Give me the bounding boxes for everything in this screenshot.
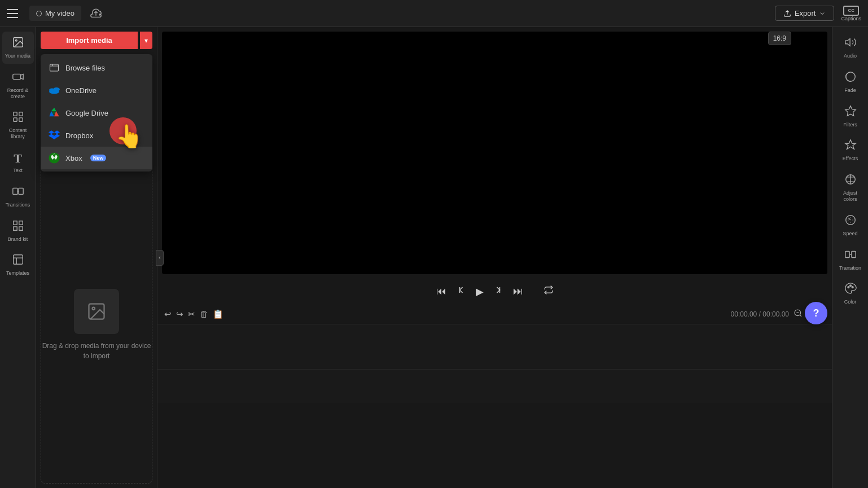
browse-files-item[interactable]: Browse files [41,56,152,79]
aspect-ratio-button[interactable]: 16:9 [768,32,791,45]
redo-button[interactable]: ↪ [176,309,183,319]
browse-files-icon [49,62,60,73]
timeline-time: 00:00.00 / 00:00.00 [731,310,789,318]
svg-rect-3 [13,112,16,116]
sidebar-item-record[interactable]: Record & create [2,66,34,104]
content-library-icon [12,111,24,126]
tab-dot [36,11,42,16]
timeline-track-area[interactable] [157,324,832,370]
drag-drop-area[interactable]: Drag & drop media from your device to im… [41,166,152,483]
sidebar-item-text[interactable]: T Text [2,147,34,178]
svg-rect-5 [13,118,16,121]
left-sidebar: Your media Record & create Content lib [0,27,36,488]
menu-button[interactable] [7,6,23,21]
import-media-button[interactable]: Import media [41,32,138,49]
google-drive-item[interactable]: Google Drive [41,102,152,124]
video-tab[interactable]: My video [29,6,81,21]
your-media-icon [12,36,24,51]
onedrive-item[interactable]: OneDrive [41,79,152,102]
right-sidebar-item-effects[interactable]: Effects [835,134,866,166]
sidebar-item-transitions[interactable]: Transitions [2,181,34,213]
import-panel: Import media ▾ Browse files [36,27,157,488]
right-sidebar-item-transition[interactable]: Transition [835,244,866,276]
right-sidebar-item-color[interactable]: Color [835,278,866,310]
step-forward-button[interactable] [493,284,504,298]
delete-button[interactable]: 🗑 [200,309,208,319]
record-label: Record & create [5,87,32,100]
adjust-colors-icon [844,173,857,188]
fade-icon [844,71,857,86]
drag-drop-text: Drag & drop media from your device to im… [41,341,152,361]
dropbox-item[interactable]: Dropbox [41,124,152,147]
right-sidebar-item-speed[interactable]: Speed [835,209,866,241]
xbox-icon [49,152,60,164]
svg-rect-8 [18,188,23,194]
captions-label: Captions [841,16,861,21]
playback-controls: ⏮ ▶ ⏭ [157,279,832,304]
svg-rect-6 [19,118,22,121]
sidebar-item-your-media[interactable]: Your media [2,32,34,64]
right-sidebar-item-adjust-colors[interactable]: Adjust colors [835,169,866,207]
svg-rect-36 [851,251,855,257]
record-icon [12,71,24,86]
undo-button[interactable]: ↩ [164,309,172,319]
speed-icon [844,214,857,229]
aspect-ratio-label: 16:9 [773,34,786,42]
onedrive-icon [49,85,60,96]
speed-label: Speed [843,231,857,237]
right-sidebar-item-filters[interactable]: Filters [835,100,866,133]
copy-button[interactable]: 📋 [213,309,223,319]
skip-back-button[interactable]: ⏮ [436,285,446,297]
your-media-label: Your media [5,53,30,59]
color-label: Color [844,299,857,305]
import-panel-header: Import media ▾ [36,27,157,54]
zoom-out-button[interactable] [794,309,803,319]
top-bar: My video Export CC Captions [0,0,868,27]
svg-point-37 [847,287,849,288]
right-sidebar: Audio Fade Filters [832,27,868,488]
import-dropdown-button[interactable]: ▾ [140,32,152,49]
captions-icon: CC [843,6,859,16]
svg-rect-9 [13,255,23,265]
adjust-colors-label: Adjust colors [837,190,864,203]
video-preview [162,32,827,274]
skip-forward-button[interactable]: ⏭ [513,285,523,297]
transitions-icon [12,185,24,200]
help-icon: ? [813,307,819,319]
fade-label: Fade [844,87,856,94]
sidebar-item-templates[interactable]: Templates [2,249,34,281]
svg-rect-4 [19,112,22,116]
collapse-panel-button[interactable]: ‹ [156,250,164,266]
filters-icon [844,105,857,120]
xbox-item[interactable]: Xbox New [41,147,152,169]
loop-button[interactable] [543,285,554,298]
play-button[interactable]: ▶ [476,285,484,298]
step-back-button[interactable] [455,284,467,298]
export-label: Export [795,9,816,17]
svg-rect-2 [12,74,20,79]
right-sidebar-item-fade[interactable]: Fade [835,66,866,98]
main-content: Your media Record & create Content lib [0,27,868,488]
content-library-label: Content library [5,128,32,140]
transition-label: Transition [839,265,861,271]
google-drive-label: Google Drive [65,109,108,117]
sidebar-item-brand-kit[interactable]: Brand kit [2,215,34,247]
svg-rect-35 [845,251,849,257]
help-button[interactable]: ? [805,302,827,324]
svg-marker-32 [845,105,855,115]
svg-point-38 [849,285,851,287]
export-button[interactable]: Export [775,6,835,21]
sidebar-item-content-library[interactable]: Content library [2,106,34,144]
svg-point-1 [15,39,17,41]
right-sidebar-item-audio[interactable]: Audio [835,32,866,64]
audio-label: Audio [844,53,857,59]
svg-rect-7 [12,188,17,194]
drag-drop-icon [74,289,119,334]
transitions-label: Transitions [6,202,30,208]
transition-icon [844,248,857,263]
svg-point-13 [53,87,60,91]
cloud-save-icon[interactable] [88,6,104,21]
cut-button[interactable]: ✂ [188,309,195,319]
brand-icon [12,219,24,235]
captions-button[interactable]: CC Captions [841,6,861,21]
